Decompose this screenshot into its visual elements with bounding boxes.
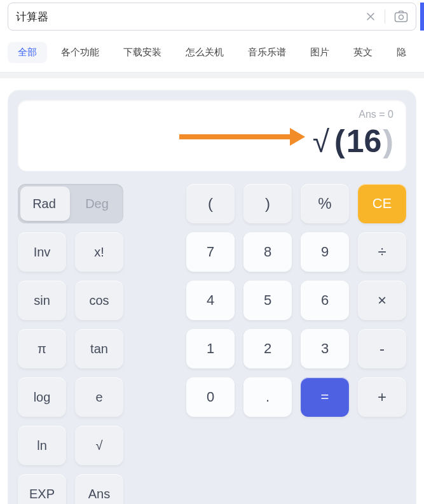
- search-button-edge[interactable]: [420, 3, 424, 31]
- svg-rect-0: [395, 13, 407, 22]
- btn-5[interactable]: 5: [243, 281, 292, 320]
- btn-divide[interactable]: ÷: [358, 232, 406, 272]
- tab-download[interactable]: 下载安装: [113, 42, 172, 63]
- tab-shutdown[interactable]: 怎么关机: [175, 42, 234, 63]
- svg-point-1: [399, 15, 404, 20]
- clear-icon[interactable]: [366, 11, 376, 22]
- expr-value: 16: [346, 123, 382, 160]
- btn-exp[interactable]: EXP: [18, 474, 66, 504]
- btn-1[interactable]: 1: [186, 329, 235, 368]
- btn-3[interactable]: 3: [301, 329, 349, 368]
- btn-multiply[interactable]: ×: [358, 281, 406, 320]
- btn-tan[interactable]: tan: [75, 329, 123, 368]
- tab-all[interactable]: 全部: [8, 42, 47, 63]
- expr-sqrt: √: [313, 124, 329, 159]
- expr-lparen: (: [334, 123, 345, 160]
- btn-4[interactable]: 4: [186, 281, 235, 320]
- btn-sqrt[interactable]: √: [75, 426, 123, 465]
- btn-ln[interactable]: ln: [18, 426, 66, 465]
- expr-rparen: ): [383, 123, 393, 160]
- btn-log[interactable]: log: [18, 377, 66, 417]
- btn-add[interactable]: +: [358, 377, 406, 417]
- btn-9[interactable]: 9: [301, 232, 349, 272]
- btn-e[interactable]: e: [75, 377, 123, 417]
- tab-english[interactable]: 英文: [343, 42, 383, 63]
- tab-features[interactable]: 各个功能: [51, 42, 109, 63]
- btn-dot[interactable]: .: [243, 377, 292, 417]
- search-tabs: 全部 各个功能 下载安装 怎么关机 音乐乐谱 图片 英文 隐: [0, 31, 424, 72]
- btn-7[interactable]: 7: [186, 232, 235, 272]
- btn-8[interactable]: 8: [243, 232, 292, 272]
- display-ans: Ans = 0: [31, 109, 393, 120]
- btn-0[interactable]: 0: [186, 377, 235, 417]
- btn-ce[interactable]: CE: [358, 184, 406, 223]
- btn-inv[interactable]: Inv: [18, 232, 66, 272]
- display-expression: √ ( 16 ): [31, 123, 393, 160]
- btn-percent[interactable]: %: [301, 184, 349, 223]
- btn-2[interactable]: 2: [243, 329, 292, 368]
- btn-6[interactable]: 6: [301, 281, 349, 320]
- btn-equals[interactable]: =: [301, 377, 349, 417]
- tab-music[interactable]: 音乐乐谱: [238, 42, 296, 63]
- calculator-display: Ans = 0 √ ( 16 ): [18, 100, 406, 171]
- tab-images[interactable]: 图片: [300, 42, 339, 63]
- btn-cos[interactable]: cos: [75, 281, 123, 320]
- btn-lparen[interactable]: (: [186, 184, 235, 223]
- angle-mode-toggle[interactable]: Rad Deg: [18, 184, 123, 223]
- angle-rad[interactable]: Rad: [18, 197, 71, 211]
- btn-rparen[interactable]: ): [243, 184, 292, 223]
- btn-ans[interactable]: Ans: [75, 474, 123, 504]
- angle-deg[interactable]: Deg: [71, 197, 123, 211]
- page-divider: [0, 72, 424, 78]
- search-bar: [8, 3, 416, 31]
- search-input[interactable]: [16, 10, 366, 23]
- icon-divider: [385, 10, 385, 24]
- tab-more[interactable]: 隐: [386, 42, 416, 63]
- btn-xfact[interactable]: x!: [75, 232, 123, 272]
- btn-pi[interactable]: π: [18, 329, 66, 368]
- btn-subtract[interactable]: -: [358, 329, 406, 368]
- calculator-card: Ans = 0 √ ( 16 ) Rad Deg ( ) % CE: [8, 90, 416, 504]
- btn-sin[interactable]: sin: [18, 281, 66, 320]
- button-grid: Rad Deg ( ) % CE Inv x! 7 8 9 ÷ sin cos …: [18, 184, 406, 504]
- search-icons: [366, 10, 408, 24]
- camera-icon[interactable]: [394, 10, 408, 23]
